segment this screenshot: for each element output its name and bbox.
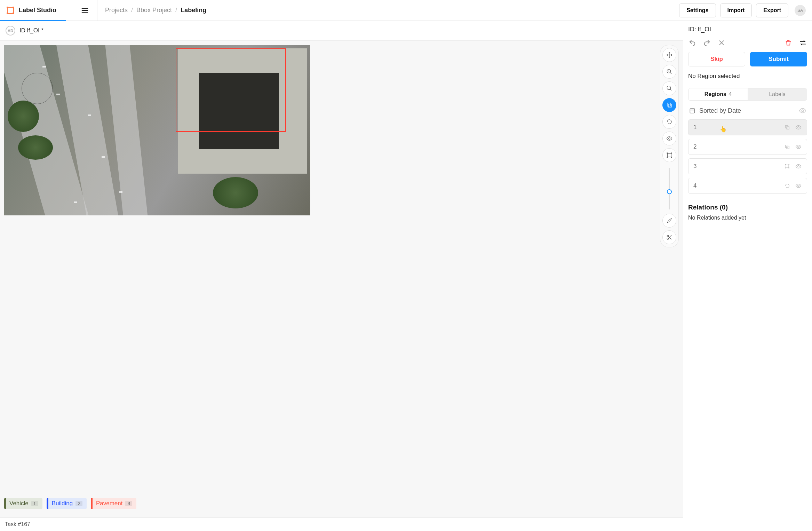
undo-icon (688, 39, 696, 47)
svg-point-21 (798, 127, 799, 128)
trash-icon (785, 39, 792, 46)
move-tool[interactable] (662, 48, 676, 62)
eye-icon (795, 124, 802, 130)
bbox-icon (666, 152, 672, 158)
label-pavement[interactable]: Pavement 3 (91, 498, 136, 509)
close-icon (718, 39, 725, 46)
svg-rect-4 (13, 13, 14, 14)
reset-button[interactable] (717, 39, 726, 47)
label-name: Pavement (96, 500, 123, 507)
label-hotkey: 3 (125, 501, 132, 506)
tab-count: 4 (729, 91, 732, 97)
submit-button[interactable]: Submit (750, 52, 807, 66)
breadcrumb-projects[interactable]: Projects (105, 7, 128, 14)
eye-icon (795, 163, 802, 169)
redo-icon (703, 39, 711, 47)
right-panel: ID: lf_OI Skip Submit No Region selected… (683, 21, 812, 531)
eye-icon (795, 144, 802, 150)
undo-button[interactable] (688, 39, 696, 47)
eye-icon (795, 183, 802, 189)
svg-rect-25 (786, 165, 789, 168)
eye-icon (666, 135, 672, 142)
hamburger-icon (81, 7, 89, 14)
task-footer: Task #167 (0, 517, 683, 531)
svg-rect-29 (788, 167, 789, 168)
calendar-icon (689, 107, 696, 114)
region-item-3[interactable]: 3 (688, 158, 807, 174)
panel-tabs: Regions 4 Labels (688, 88, 807, 101)
region-type-icon (784, 124, 791, 131)
svg-point-24 (798, 146, 799, 148)
svg-rect-26 (785, 164, 786, 165)
panel-id: ID: lf_OI (688, 26, 807, 33)
region-visibility-toggle[interactable] (795, 182, 802, 189)
copy-tool[interactable] (662, 98, 676, 112)
svg-rect-27 (788, 164, 789, 165)
image-canvas[interactable] (4, 45, 310, 215)
svg-rect-28 (785, 167, 786, 168)
tool-rail (660, 45, 679, 247)
copy-icon (785, 144, 790, 150)
zoom-out-icon (666, 85, 672, 92)
export-button[interactable]: Export (756, 3, 788, 17)
aerial-image (4, 45, 310, 215)
tab-regions[interactable]: Regions 4 (688, 88, 748, 100)
region-item-4[interactable]: 4 (688, 178, 807, 194)
zoom-out-tool[interactable] (662, 81, 676, 95)
rotate-icon (666, 119, 672, 125)
panel-action-buttons: Skip Submit (688, 52, 807, 66)
svg-point-30 (798, 166, 799, 167)
breadcrumb-current: Labeling (181, 7, 206, 14)
redo-button[interactable] (703, 39, 711, 47)
tab-labels[interactable]: Labels (748, 88, 807, 100)
brush-tool[interactable] (662, 214, 676, 228)
import-button[interactable]: Import (720, 3, 752, 17)
zoom-in-tool[interactable] (662, 65, 676, 79)
menu-button[interactable] (79, 5, 91, 16)
sort-label: Sorted by Date (699, 107, 741, 114)
svg-rect-12 (671, 153, 672, 154)
copy-icon (785, 125, 790, 130)
svg-rect-1 (7, 7, 8, 8)
eye-icon[interactable] (799, 107, 806, 114)
scissors-tool[interactable] (662, 230, 676, 244)
user-avatar[interactable]: SA (795, 5, 806, 16)
region-visibility-toggle[interactable] (795, 143, 802, 150)
brush-icon (666, 217, 672, 224)
svg-point-9 (669, 138, 670, 140)
breadcrumb-sep: / (131, 7, 133, 14)
label-hotkey: 2 (75, 501, 82, 506)
svg-rect-2 (13, 7, 14, 8)
settings-button[interactable]: Settings (679, 3, 716, 17)
region-visibility-toggle[interactable] (795, 124, 802, 131)
region-num: 1 (693, 124, 780, 131)
label-vehicle[interactable]: Vehicle 1 (4, 498, 42, 509)
region-type-icon (784, 163, 791, 170)
scissors-icon (666, 234, 672, 240)
region-item-1[interactable]: 1 👆 (688, 119, 807, 135)
relations-button[interactable] (799, 39, 807, 47)
region-list: 1 👆 2 3 4 (688, 119, 807, 194)
breadcrumb-project[interactable]: Bbox Project (136, 7, 172, 14)
skip-button[interactable]: Skip (688, 52, 745, 66)
relations-empty: No Relations added yet (688, 215, 807, 221)
copy-icon (666, 102, 672, 108)
zoom-slider[interactable] (669, 168, 670, 209)
bbox-tool[interactable] (662, 148, 676, 162)
region-visibility-toggle[interactable] (795, 163, 802, 170)
topbar-actions: Settings Import Export SA (679, 3, 812, 17)
breadcrumb: Projects / Bbox Project / Labeling (97, 7, 679, 14)
annotator-badge: AD (6, 26, 15, 35)
label-building[interactable]: Building 2 (47, 498, 87, 509)
region-num: 2 (693, 143, 780, 150)
move-icon (666, 52, 672, 58)
sort-row[interactable]: Sorted by Date (688, 105, 807, 119)
rotate-tool[interactable] (662, 115, 676, 129)
delete-button[interactable] (784, 39, 793, 47)
svg-rect-3 (7, 13, 8, 14)
visibility-tool[interactable] (662, 132, 676, 145)
zoom-thumb[interactable] (667, 189, 672, 194)
task-id: ID lf_OI * (19, 27, 43, 34)
region-item-2[interactable]: 2 (688, 139, 807, 155)
region-num: 4 (693, 182, 780, 189)
